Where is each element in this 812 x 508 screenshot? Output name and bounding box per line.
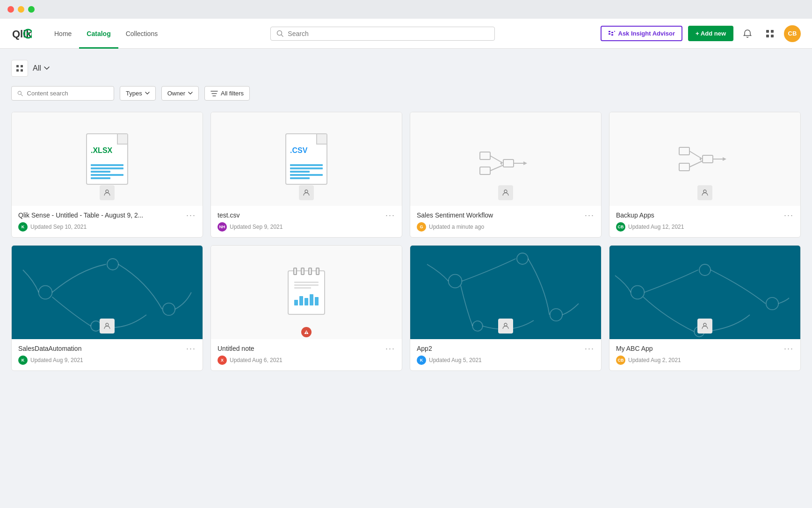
all-filter-dropdown[interactable]: All bbox=[33, 64, 50, 73]
content-search-input[interactable] bbox=[27, 90, 108, 97]
close-button[interactable] bbox=[7, 6, 14, 13]
global-search-bar[interactable] bbox=[270, 27, 495, 41]
card-menu-button[interactable]: ··· bbox=[186, 344, 196, 354]
content-search-container[interactable] bbox=[11, 86, 114, 101]
card-meta: CB Updated Aug 2, 2021 bbox=[616, 356, 794, 365]
nav-catalog[interactable]: Catalog bbox=[79, 19, 118, 49]
card-menu-button[interactable]: ··· bbox=[585, 210, 594, 220]
note-line bbox=[294, 287, 311, 289]
card-info: SalesDataAutomation ··· K Updated Aug 9,… bbox=[12, 339, 203, 370]
card-meta: K Updated Aug 9, 2021 bbox=[18, 356, 196, 365]
card-info: Qlik Sense - Untitled - Table - August 9… bbox=[12, 206, 203, 237]
card-owner-avatar: G bbox=[417, 222, 426, 232]
file-line bbox=[91, 167, 123, 169]
card-owner-avatar: NH bbox=[218, 222, 227, 232]
svg-point-51 bbox=[472, 321, 483, 331]
card-owner-avatar: X bbox=[218, 356, 227, 365]
card-thumbnail bbox=[609, 246, 800, 339]
logo: Qlik bbox=[11, 23, 32, 44]
svg-point-47 bbox=[306, 333, 307, 334]
add-new-button[interactable]: + Add new bbox=[688, 26, 733, 41]
card-user-icon bbox=[498, 185, 513, 200]
list-item[interactable]: .CSV bbox=[210, 112, 402, 238]
file-corner bbox=[316, 134, 326, 145]
svg-rect-13 bbox=[766, 35, 769, 37]
list-item[interactable]: Backup Apps ··· CB Updated Aug 12, 2021 bbox=[609, 112, 801, 238]
all-label: All bbox=[33, 64, 41, 73]
svg-point-21 bbox=[106, 190, 109, 193]
note-clip bbox=[308, 268, 312, 275]
svg-rect-24 bbox=[480, 167, 490, 174]
svg-marker-38 bbox=[723, 157, 726, 161]
header: Qlik Home Catalog Collections bbox=[0, 19, 812, 49]
workflow-icon bbox=[478, 138, 534, 180]
card-date: Updated Aug 5, 2021 bbox=[429, 357, 482, 363]
card-title-row: Untitled note ··· bbox=[218, 345, 395, 354]
card-menu-button[interactable]: ··· bbox=[784, 210, 794, 220]
svg-rect-32 bbox=[679, 147, 689, 155]
svg-rect-17 bbox=[16, 69, 19, 72]
card-date: Updated Aug 2, 2021 bbox=[628, 357, 681, 363]
alert-icon bbox=[304, 329, 309, 335]
main-content: All Types Owner bbox=[0, 49, 812, 371]
card-menu-button[interactable]: ··· bbox=[784, 344, 794, 354]
list-item[interactable]: Untitled note ··· X Updated Aug 6, 2021 bbox=[210, 245, 402, 371]
note-lines bbox=[292, 281, 320, 290]
note-clips bbox=[293, 268, 319, 275]
card-thumbnail: .CSV bbox=[211, 112, 402, 206]
global-search-input[interactable] bbox=[288, 30, 489, 37]
list-item[interactable]: My ABC App ··· CB Updated Aug 2, 2021 bbox=[609, 245, 801, 371]
list-item[interactable]: SalesDataAutomation ··· K Updated Aug 9,… bbox=[11, 245, 203, 371]
minimize-button[interactable] bbox=[18, 6, 24, 13]
grid-view-button[interactable] bbox=[11, 60, 28, 77]
card-menu-button[interactable]: ··· bbox=[585, 344, 594, 354]
card-user-icon bbox=[299, 185, 314, 200]
filters-row: Types Owner All filters bbox=[11, 86, 801, 101]
titlebar bbox=[0, 0, 812, 19]
chart-bar bbox=[294, 300, 298, 305]
card-menu-button[interactable]: ··· bbox=[385, 344, 395, 354]
svg-marker-29 bbox=[523, 161, 527, 165]
svg-rect-12 bbox=[771, 30, 774, 33]
card-meta: K Updated Sep 10, 2021 bbox=[18, 222, 196, 232]
svg-rect-10 bbox=[614, 31, 615, 32]
note-line bbox=[294, 284, 319, 286]
svg-rect-15 bbox=[16, 65, 19, 67]
card-title: Qlik Sense - Untitled - Table - August 9… bbox=[18, 211, 182, 219]
owner-label: Owner bbox=[167, 90, 185, 97]
list-item[interactable]: App2 ··· K Updated Aug 5, 2021 bbox=[410, 245, 602, 371]
owner-filter-button[interactable]: Owner bbox=[161, 86, 199, 101]
list-item[interactable]: .XLSX bbox=[11, 112, 203, 238]
apps-grid-button[interactable] bbox=[761, 25, 778, 42]
card-menu-button[interactable]: ··· bbox=[186, 210, 196, 220]
card-title: Backup Apps bbox=[616, 211, 780, 219]
card-owner-avatar: K bbox=[18, 356, 28, 365]
all-filters-button[interactable]: All filters bbox=[204, 86, 250, 101]
card-user-icon bbox=[498, 319, 513, 334]
card-title-row: Sales Sentiment Workflow ··· bbox=[417, 211, 594, 220]
svg-point-43 bbox=[163, 303, 175, 315]
svg-line-5 bbox=[282, 35, 283, 36]
card-menu-button[interactable]: ··· bbox=[385, 210, 395, 220]
types-chevron-icon bbox=[145, 92, 150, 95]
header-actions: Ask Insight Advisor + Add new CB bbox=[601, 25, 801, 42]
user-icon bbox=[103, 322, 111, 330]
card-user-icon bbox=[100, 185, 115, 200]
note-clip bbox=[316, 268, 319, 275]
nav-collections[interactable]: Collections bbox=[118, 19, 165, 49]
chart-bar bbox=[310, 294, 313, 305]
notifications-button[interactable] bbox=[739, 25, 756, 42]
maximize-button[interactable] bbox=[28, 6, 35, 13]
card-title-row: Backup Apps ··· bbox=[616, 211, 794, 220]
card-user-icon bbox=[697, 319, 712, 334]
nav-home[interactable]: Home bbox=[47, 19, 79, 49]
ask-insight-button[interactable]: Ask Insight Advisor bbox=[601, 26, 683, 41]
svg-line-20 bbox=[21, 94, 22, 95]
note-clip bbox=[293, 268, 297, 275]
svg-point-19 bbox=[18, 91, 21, 94]
user-avatar[interactable]: CB bbox=[784, 25, 801, 42]
list-item[interactable]: Sales Sentiment Workflow ··· G Updated a… bbox=[410, 112, 602, 238]
types-filter-button[interactable]: Types bbox=[120, 86, 156, 101]
xlsx-file-icon: .XLSX bbox=[86, 133, 128, 185]
card-date: Updated a minute ago bbox=[429, 224, 484, 230]
